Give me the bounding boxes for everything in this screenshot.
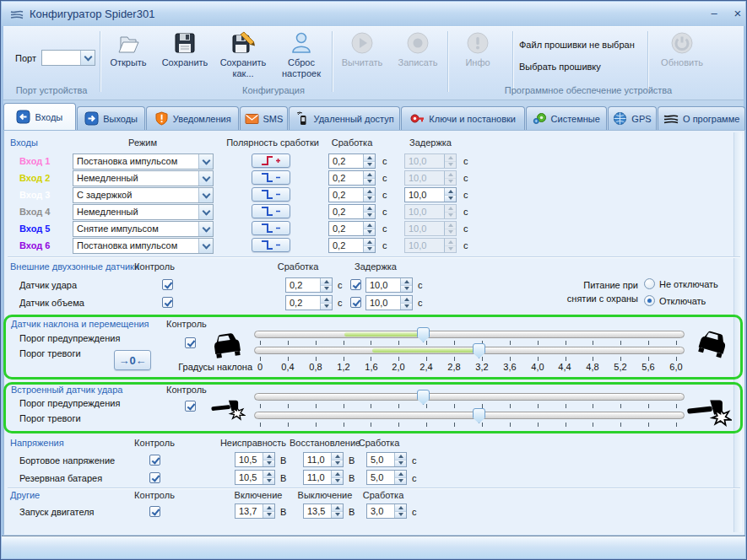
- chevron-down-icon[interactable]: [198, 188, 213, 202]
- tilt-control-checkbox[interactable]: [185, 337, 196, 348]
- spin-down-button[interactable]: [263, 478, 274, 485]
- spinner-value[interactable]: 5,0: [367, 471, 394, 484]
- spin-down-button[interactable]: [321, 304, 332, 310]
- spinner-value[interactable]: 0,2: [329, 154, 363, 168]
- spin-up-button[interactable]: [364, 171, 375, 179]
- spinner-value[interactable]: 0,2: [329, 239, 363, 252]
- spin-up-button[interactable]: [332, 471, 343, 478]
- spin-down-button[interactable]: [263, 512, 274, 519]
- tab-notifications[interactable]: Уведомления: [146, 106, 239, 130]
- spin-up-button[interactable]: [445, 188, 456, 196]
- input-1-polarity-button[interactable]: [252, 153, 290, 168]
- spinner-value[interactable]: 10,0: [366, 278, 400, 292]
- input-2-mode-combobox[interactable]: Немедленный: [73, 170, 214, 186]
- spin-down-button[interactable]: [332, 460, 343, 467]
- spin-down-button[interactable]: [332, 512, 343, 519]
- input-2-polarity-button[interactable]: [252, 170, 290, 185]
- spin-down-button[interactable]: [401, 304, 412, 310]
- input-5-mode-combobox[interactable]: Снятие импульсом: [73, 221, 214, 237]
- spin-down-button[interactable]: [321, 286, 332, 293]
- volume-sensor-delay-spinner[interactable]: 10,0: [365, 295, 413, 310]
- backup-battery-restore-spinner[interactable]: 11,0: [303, 470, 344, 485]
- tab-remote-access[interactable]: Удаленный доступ: [289, 106, 401, 130]
- shock-control-checkbox[interactable]: [185, 401, 196, 412]
- spin-up-button[interactable]: [364, 239, 375, 246]
- spin-down-button[interactable]: [395, 478, 406, 485]
- spinner-value[interactable]: 10,0: [405, 188, 444, 202]
- spin-down-button[interactable]: [364, 196, 375, 202]
- port-combobox-value[interactable]: [42, 51, 80, 65]
- spin-up-button[interactable]: [395, 453, 406, 460]
- combobox-value[interactable]: Снятие импульсом: [73, 222, 198, 236]
- input-4-mode-combobox[interactable]: Немедленный: [73, 204, 214, 220]
- input-4-polarity-button[interactable]: [252, 204, 290, 218]
- spinner-value[interactable]: 13,7: [235, 504, 263, 518]
- spinner-value[interactable]: 0,2: [286, 296, 320, 310]
- backup-battery-trigger-spinner[interactable]: 5,0: [366, 470, 407, 485]
- shock-sensor-ext-trigger-spinner[interactable]: 0,2: [285, 277, 333, 293]
- power-cutoff-radio[interactable]: [644, 295, 655, 306]
- spinner-value[interactable]: 0,2: [286, 278, 320, 292]
- spin-up-button[interactable]: [364, 205, 375, 213]
- spin-up-button[interactable]: [321, 278, 332, 286]
- input-2-trigger-spinner[interactable]: 0,2: [328, 170, 376, 186]
- input-3-trigger-spinner[interactable]: 0,2: [328, 187, 376, 202]
- engine-start-on-spinner[interactable]: 13,7: [235, 503, 275, 519]
- spin-up-button[interactable]: [332, 453, 343, 460]
- input-3-delay-spinner[interactable]: 10,0: [404, 187, 457, 202]
- tilt-zero-button[interactable]: →0←: [114, 350, 151, 370]
- spin-up-button[interactable]: [364, 154, 375, 162]
- shock-warning-slider[interactable]: [254, 393, 685, 401]
- input-6-trigger-spinner[interactable]: 0,2: [328, 238, 376, 253]
- input-5-trigger-spinner[interactable]: 0,2: [328, 221, 376, 236]
- spin-down-button[interactable]: [395, 460, 406, 467]
- spinner-value[interactable]: 0,2: [329, 188, 363, 202]
- tab-inputs[interactable]: Входы: [3, 103, 76, 130]
- choose-firmware-link[interactable]: Выбрать прошивку: [519, 62, 601, 72]
- volume-sensor-delay-checkbox[interactable]: [350, 297, 361, 308]
- spin-down-button[interactable]: [332, 478, 343, 485]
- power-keep-radio[interactable]: [644, 278, 655, 289]
- spinner-value[interactable]: 0,2: [329, 222, 363, 235]
- spin-down-button[interactable]: [445, 196, 456, 202]
- input-4-trigger-spinner[interactable]: 0,2: [328, 204, 376, 219]
- spinner-value[interactable]: 10,5: [235, 453, 263, 466]
- combobox-value[interactable]: Постановка импульсом: [73, 239, 198, 253]
- engine-start-control-checkbox[interactable]: [149, 506, 160, 517]
- spinner-value[interactable]: 10,0: [366, 296, 400, 310]
- tilt-alarm-slider[interactable]: [254, 347, 685, 354]
- spin-up-button[interactable]: [364, 222, 375, 229]
- shock-alarm-slider[interactable]: [254, 412, 685, 419]
- power-cutoff-radio-label[interactable]: Отключать: [659, 296, 706, 306]
- volume-sensor-control-checkbox[interactable]: [162, 297, 173, 308]
- chevron-down-icon[interactable]: [198, 239, 213, 253]
- input-3-mode-combobox[interactable]: С задержкой: [73, 187, 214, 203]
- spin-up-button[interactable]: [263, 504, 274, 512]
- spin-up-button[interactable]: [395, 504, 406, 512]
- combobox-value[interactable]: Постановка импульсом: [73, 154, 198, 169]
- board-voltage-restore-spinner[interactable]: 11,0: [303, 452, 344, 467]
- shock-sensor-ext-delay-checkbox[interactable]: [350, 279, 361, 290]
- input-1-trigger-spinner[interactable]: 0,2: [328, 153, 376, 169]
- spin-up-button[interactable]: [364, 188, 375, 196]
- spin-down-button[interactable]: [401, 286, 412, 293]
- backup-battery-control-checkbox[interactable]: [149, 472, 160, 483]
- spinner-value[interactable]: 11,0: [304, 471, 331, 484]
- shock-sensor-ext-control-checkbox[interactable]: [162, 279, 173, 290]
- input-5-polarity-button[interactable]: [252, 221, 290, 235]
- chevron-down-icon[interactable]: [198, 222, 213, 236]
- backup-battery-fault-spinner[interactable]: 10,5: [235, 470, 275, 485]
- reset-settings-button[interactable]: Сброс настроек: [273, 30, 329, 83]
- spinner-value[interactable]: 5,0: [367, 453, 394, 466]
- tab-outputs[interactable]: Выходы: [77, 106, 146, 130]
- shock-sensor-ext-delay-spinner[interactable]: 10,0: [365, 277, 413, 293]
- tab-system[interactable]: Системные: [526, 106, 607, 130]
- spin-up-button[interactable]: [395, 471, 406, 478]
- save-button[interactable]: Сохранить: [157, 30, 213, 83]
- spinner-value[interactable]: 10,5: [235, 471, 263, 484]
- spin-up-button[interactable]: [263, 453, 274, 460]
- board-voltage-fault-spinner[interactable]: 10,5: [235, 452, 275, 467]
- spin-down-button[interactable]: [364, 162, 375, 169]
- chevron-down-icon[interactable]: [198, 154, 213, 169]
- engine-start-trigger-spinner[interactable]: 3,0: [366, 503, 407, 519]
